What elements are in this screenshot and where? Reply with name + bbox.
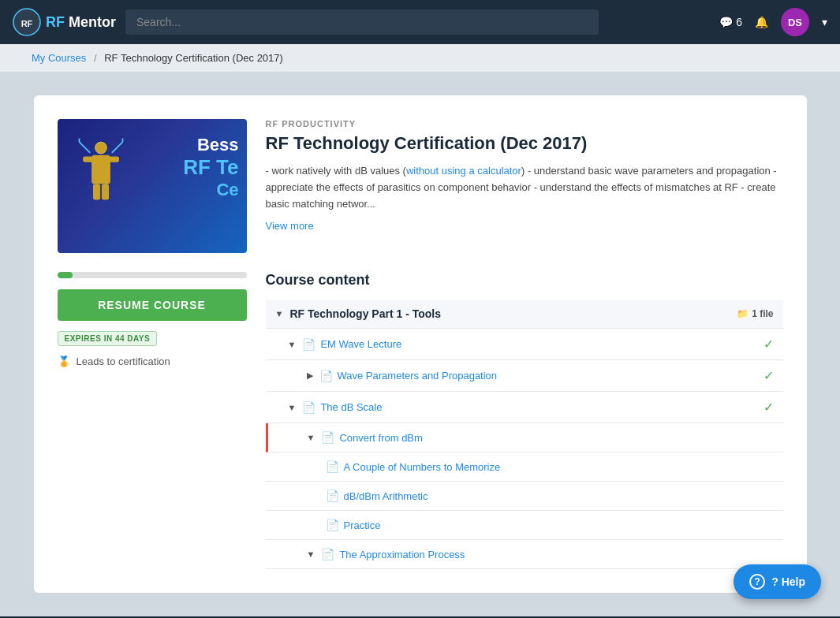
- progress-bar-container: [58, 272, 247, 278]
- messages-button[interactable]: 💬 6: [719, 16, 742, 28]
- check-icon: ✓: [763, 337, 774, 352]
- file-icon: 📄: [321, 548, 334, 560]
- file-icon: 📄: [321, 431, 334, 444]
- svg-rect-4: [83, 157, 93, 162]
- file-icon: 📄: [326, 519, 339, 531]
- file-count: 📁 1 file: [737, 308, 773, 319]
- svg-rect-7: [101, 184, 108, 199]
- help-icon: ?: [749, 574, 765, 590]
- check-icon: ✓: [763, 400, 774, 415]
- course-title: RF Technology Certification (Dec 2017): [266, 133, 783, 154]
- table-row[interactable]: 📄 Practice: [266, 511, 783, 540]
- section-label: RF Technology Part 1 - Tools: [289, 307, 737, 320]
- svg-rect-5: [109, 157, 119, 162]
- item-label: EM Wave Lecture: [320, 338, 763, 350]
- avatar-initials: DS: [788, 17, 802, 28]
- file-icon: 📄: [319, 370, 333, 382]
- trophy-icon: [73, 135, 129, 222]
- item-label: The dB Scale: [320, 401, 763, 413]
- chat-icon: 💬: [719, 16, 733, 28]
- file-icon: 📄: [302, 338, 315, 351]
- certification-icon: 🏅: [58, 356, 70, 367]
- item-label: The Approximation Process: [339, 549, 773, 560]
- thumbnail-overlay-text: Bess RF Te Ce: [183, 135, 238, 200]
- item-label: Wave Parameters and Propagation: [338, 370, 763, 382]
- logo-text: RF Mentor: [46, 14, 116, 31]
- resume-course-button[interactable]: RESUME COURSE: [58, 289, 247, 321]
- breadcrumb: My Courses / RF Technology Certification…: [0, 44, 840, 72]
- table-row[interactable]: 📄 dB/dBm Arithmetic: [266, 482, 783, 511]
- breadcrumb-current: RF Technology Certification (Dec 2017): [104, 52, 283, 64]
- svg-text:RF: RF: [21, 19, 33, 28]
- course-content-area: Course content ▼ RF Technology Part 1 - …: [266, 272, 783, 569]
- file-icon: 📄: [302, 401, 315, 414]
- chevron-icon: ▼: [275, 309, 284, 318]
- table-row[interactable]: ▶ 📄 Wave Parameters and Propagation ✓: [266, 360, 783, 392]
- breadcrumb-separator: /: [94, 52, 97, 64]
- file-icon: 📄: [326, 490, 339, 502]
- search-input[interactable]: [125, 9, 599, 35]
- header: RF RF Mentor 💬 6 🔔 DS ▾: [0, 0, 840, 44]
- help-button[interactable]: ? ? Help: [734, 564, 821, 599]
- item-label: Practice: [344, 519, 774, 531]
- table-row[interactable]: ▼ 📄 The Approximation Process: [266, 540, 783, 569]
- svg-rect-6: [92, 184, 99, 199]
- table-row[interactable]: ▼ 📄 Convert from dBm: [266, 423, 783, 452]
- item-label: Convert from dBm: [339, 432, 773, 444]
- course-info: RF PRODUCTIVITY RF Technology Certificat…: [266, 119, 783, 253]
- svg-line-9: [111, 142, 122, 153]
- certification-label: Leads to certification: [77, 356, 170, 367]
- svg-rect-3: [91, 155, 110, 184]
- course-category: RF PRODUCTIVITY: [266, 119, 783, 128]
- course-top-section: Bess RF Te Ce RF PRODUCTIVITY RF Technol…: [58, 119, 783, 253]
- main-content: Bess RF Te Ce RF PRODUCTIVITY RF Technol…: [0, 72, 840, 616]
- course-card: Bess RF Te Ce RF PRODUCTIVITY RF Technol…: [34, 95, 807, 593]
- help-button-label: ? Help: [771, 575, 805, 588]
- course-sidebar: RESUME COURSE EXPIRES IN 44 DAYS 🏅 Leads…: [58, 272, 247, 569]
- table-row[interactable]: ▼ 📄 EM Wave Lecture ✓: [266, 329, 783, 360]
- table-row[interactable]: ▼ RF Technology Part 1 - Tools 📁 1 file: [266, 300, 783, 329]
- view-more-link[interactable]: View more: [266, 220, 314, 232]
- course-description: - work natively with dB values (without …: [266, 163, 783, 212]
- certification-row: 🏅 Leads to certification: [58, 356, 247, 367]
- item-label: A Couple of Numbers to Memorize: [344, 461, 774, 473]
- item-label: dB/dBm Arithmetic: [344, 490, 774, 502]
- messages-count: 6: [736, 16, 742, 28]
- logo[interactable]: RF RF Mentor: [13, 8, 116, 36]
- course-thumbnail: Bess RF Te Ce: [58, 119, 247, 253]
- breadcrumb-parent-link[interactable]: My Courses: [32, 52, 86, 64]
- chevron-down-icon: ▾: [822, 16, 827, 28]
- file-count-label: 1 file: [752, 308, 773, 319]
- folder-icon: 📁: [737, 308, 749, 319]
- header-actions: 💬 6 🔔 DS ▾: [719, 8, 827, 36]
- bell-icon: 🔔: [755, 16, 768, 28]
- avatar[interactable]: DS: [781, 8, 809, 36]
- avatar-dropdown-button[interactable]: ▾: [822, 16, 827, 28]
- check-icon: ✓: [763, 368, 774, 383]
- chevron-icon: ▶: [307, 370, 313, 381]
- description-highlight: without using a calculator: [406, 165, 521, 177]
- content-layout: RESUME COURSE EXPIRES IN 44 DAYS 🏅 Leads…: [58, 272, 783, 569]
- chevron-icon: ▼: [288, 403, 297, 412]
- rf-mentor-logo-icon: RF: [13, 8, 41, 36]
- table-row[interactable]: 📄 A Couple of Numbers to Memorize: [266, 452, 783, 482]
- content-section-title: Course content: [266, 272, 783, 289]
- svg-line-8: [79, 142, 90, 153]
- notifications-button[interactable]: 🔔: [755, 16, 768, 28]
- expires-badge: EXPIRES IN 44 DAYS: [58, 331, 158, 346]
- progress-bar-fill: [58, 272, 73, 278]
- file-icon: 📄: [326, 460, 339, 473]
- chevron-icon: ▼: [307, 549, 315, 559]
- table-row[interactable]: ▼ 📄 The dB Scale ✓: [266, 392, 783, 423]
- svg-point-2: [95, 142, 106, 154]
- chevron-icon: ▼: [307, 433, 315, 442]
- chevron-icon: ▼: [288, 340, 297, 349]
